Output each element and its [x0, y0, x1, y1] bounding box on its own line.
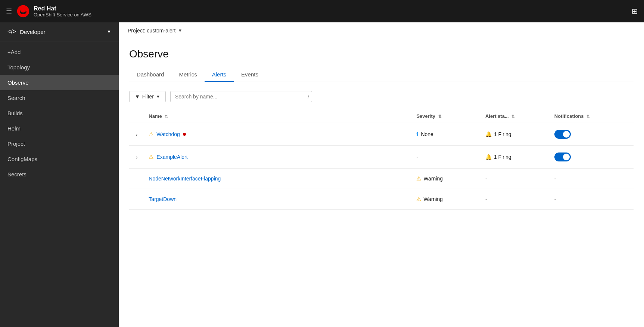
tab-events[interactable]: Events: [234, 67, 266, 82]
alertstatus-dash-nodenet: -: [485, 176, 487, 182]
tab-dashboard[interactable]: Dashboard: [129, 67, 171, 82]
expand-cell-nodenet: [129, 169, 144, 189]
severity-cell-targetdown: ⚠ Warning: [412, 189, 480, 210]
table-row: TargetDown ⚠ Warning -: [129, 189, 634, 210]
project-label: Project: custom-alert: [128, 28, 175, 34]
red-dot-watchdog: [183, 133, 186, 136]
notifications-cell-targetdown: -: [550, 189, 634, 210]
svg-point-2: [21, 9, 26, 13]
notif-dash-nodenet: -: [554, 176, 556, 182]
notifications-cell-nodenet: -: [550, 169, 634, 189]
expand-cell-examplealert: ›: [129, 146, 144, 169]
sidebar: </> Developer ▼ +Add Topology Observe Se…: [0, 22, 119, 327]
sidebar-item-observe[interactable]: Observe: [0, 75, 119, 90]
expand-button-examplealert[interactable]: ›: [134, 153, 140, 161]
sidebar-item-topology[interactable]: Topology: [0, 60, 119, 75]
bell-icon-examplealert: 🔔: [485, 154, 492, 160]
name-link-nodenet[interactable]: NodeNetworkInterfaceFlapping: [149, 176, 221, 182]
page-content: Observe Dashboard Metrics Alerts Events …: [119, 39, 644, 218]
severity-label-targetdown: Warning: [423, 196, 443, 202]
sidebar-item-search-label: Search: [7, 95, 25, 101]
grid-icon[interactable]: ⊞: [632, 7, 638, 16]
severity-cell-examplealert: -: [412, 146, 480, 169]
project-chevron-icon: ▼: [178, 28, 182, 33]
notifications-toggle-watchdog[interactable]: [554, 130, 571, 139]
filter-chevron-icon: ▼: [156, 94, 160, 99]
table-row: › ⚠ ExampleAlert -: [129, 146, 634, 169]
name-cell-watchdog: ⚠ Watchdog: [144, 123, 412, 146]
name-sort-icon: ⇅: [165, 114, 168, 119]
warning-icon-severity-targetdown: ⚠: [416, 196, 421, 202]
tab-metrics[interactable]: Metrics: [171, 67, 204, 82]
sidebar-item-add-label: +Add: [7, 49, 21, 55]
topbar: ☰ Red Hat OpenShift Service on AWS ⊞: [0, 0, 644, 22]
th-name[interactable]: Name ⇅: [144, 110, 412, 123]
alertstatus-cell-watchdog: 🔔 1 Firing: [481, 123, 550, 146]
page-title: Observe: [129, 48, 634, 60]
sidebar-item-add[interactable]: +Add: [0, 44, 119, 60]
sidebar-item-secrets[interactable]: Secrets: [0, 167, 119, 182]
hamburger-icon[interactable]: ☰: [6, 7, 12, 15]
info-icon-watchdog: ℹ: [416, 131, 419, 138]
th-notifications[interactable]: Notifications ⇅: [550, 110, 634, 123]
role-chevron-icon: ▼: [107, 29, 111, 34]
brand: Red Hat OpenShift Service on AWS: [16, 4, 91, 18]
severity-dash-examplealert: -: [416, 154, 418, 160]
notifications-cell-examplealert: [550, 146, 634, 169]
sidebar-developer-selector[interactable]: </> Developer ▼: [0, 22, 119, 41]
name-link-examplealert[interactable]: ExampleAlert: [156, 154, 187, 160]
alertstatus-cell-nodenet: -: [481, 169, 550, 189]
severity-cell-watchdog: ℹ None: [412, 123, 480, 146]
alertstatus-dash-targetdown: -: [485, 196, 487, 202]
notifications-cell-watchdog: [550, 123, 634, 146]
redhat-logo: [16, 4, 30, 18]
table-row: NodeNetworkInterfaceFlapping ⚠ Warning -: [129, 169, 634, 189]
sidebar-item-topology-label: Topology: [7, 64, 30, 70]
sidebar-item-helm[interactable]: Helm: [0, 121, 119, 136]
notifications-toggle-examplealert[interactable]: [554, 153, 571, 161]
sidebar-item-configmaps-label: ConfigMaps: [7, 156, 37, 162]
name-link-targetdown[interactable]: TargetDown: [149, 196, 177, 202]
severity-label-watchdog: None: [421, 131, 433, 137]
sidebar-role-label: Developer: [20, 29, 45, 35]
sidebar-item-project-label: Project: [7, 141, 25, 147]
sidebar-item-observe-label: Observe: [7, 79, 29, 86]
warning-icon-watchdog: ⚠: [149, 131, 153, 138]
name-cell-targetdown: TargetDown: [144, 189, 412, 210]
bell-icon-watchdog: 🔔: [485, 131, 492, 137]
filter-icon: ▼: [135, 94, 140, 100]
sidebar-item-search[interactable]: Search: [0, 90, 119, 106]
brand-name: Red Hat: [34, 5, 91, 12]
layout: </> Developer ▼ +Add Topology Observe Se…: [0, 22, 644, 327]
th-alert-status[interactable]: Alert sta... ⇅: [481, 110, 550, 123]
sidebar-item-builds-label: Builds: [7, 110, 23, 116]
name-cell-examplealert: ⚠ ExampleAlert: [144, 146, 412, 169]
name-link-watchdog[interactable]: Watchdog: [156, 131, 180, 137]
search-wrap: /: [170, 91, 312, 102]
expand-button-watchdog[interactable]: ›: [134, 130, 140, 139]
sidebar-item-configmaps[interactable]: ConfigMaps: [0, 151, 119, 167]
project-selector[interactable]: Project: custom-alert ▼: [128, 28, 182, 34]
sidebar-item-project[interactable]: Project: [0, 136, 119, 151]
search-slash-icon: /: [308, 94, 309, 100]
th-severity[interactable]: Severity ⇅: [412, 110, 480, 123]
sidebar-item-builds[interactable]: Builds: [0, 106, 119, 121]
table-header: Name ⇅ Severity ⇅ Alert sta... ⇅ Notif: [129, 110, 634, 123]
alertstatus-label-watchdog: 1 Firing: [494, 131, 511, 137]
th-expand: [129, 110, 144, 123]
alertstatus-label-examplealert: 1 Firing: [494, 154, 511, 160]
warning-icon-examplealert: ⚠: [149, 154, 153, 160]
tab-alerts[interactable]: Alerts: [205, 67, 234, 82]
notif-sort-icon: ⇅: [587, 114, 590, 119]
table-body: › ⚠ Watchdog ℹ None: [129, 123, 634, 210]
alerts-table: Name ⇅ Severity ⇅ Alert sta... ⇅ Notif: [129, 110, 634, 210]
sidebar-item-secrets-label: Secrets: [7, 171, 27, 177]
search-input[interactable]: [170, 91, 312, 102]
sidebar-nav: +Add Topology Observe Search Builds Helm…: [0, 41, 119, 185]
project-bar: Project: custom-alert ▼: [119, 22, 644, 39]
expand-cell-targetdown: [129, 189, 144, 210]
alertsta-sort-icon: ⇅: [511, 114, 515, 119]
warning-icon-severity-nodenet: ⚠: [416, 175, 421, 182]
filter-bar: ▼ Filter ▼ /: [129, 91, 634, 102]
filter-button[interactable]: ▼ Filter ▼: [129, 91, 166, 102]
